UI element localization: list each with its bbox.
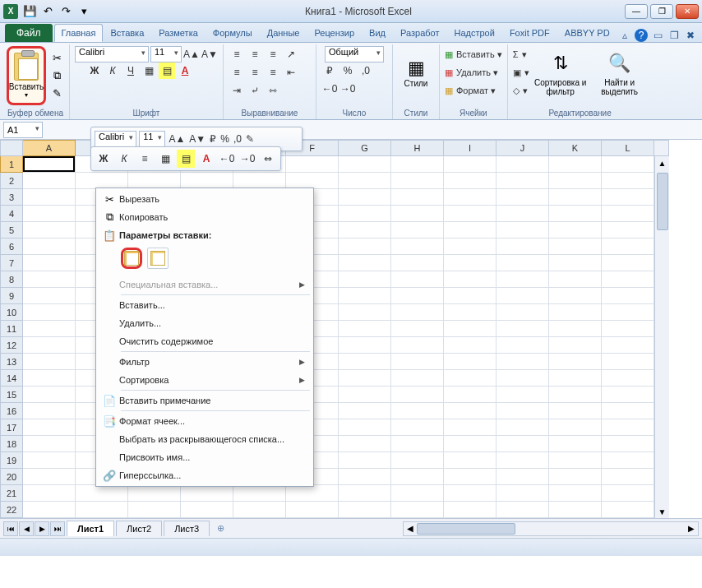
cell-K5[interactable] bbox=[549, 222, 602, 238]
cell-A10[interactable] bbox=[23, 304, 76, 321]
cell-L1[interactable] bbox=[602, 156, 654, 173]
cell-L9[interactable] bbox=[602, 288, 654, 304]
cell-L14[interactable] bbox=[602, 370, 654, 387]
cell-H13[interactable] bbox=[391, 354, 444, 370]
cell-I15[interactable] bbox=[444, 387, 496, 403]
cell-D2[interactable] bbox=[181, 173, 233, 189]
minimize-button[interactable]: — bbox=[625, 4, 648, 19]
cell-H10[interactable] bbox=[391, 304, 444, 321]
cell-L11[interactable] bbox=[602, 321, 654, 337]
cell-J15[interactable] bbox=[496, 387, 549, 403]
mini-fill-color[interactable]: ▤ bbox=[177, 150, 195, 168]
cell-L13[interactable] bbox=[602, 354, 654, 370]
cell-H17[interactable] bbox=[391, 419, 444, 436]
cell-H21[interactable] bbox=[391, 485, 444, 502]
sheet-nav-first[interactable]: ⏮ bbox=[3, 521, 18, 536]
cells-format-button[interactable]: ▦Формат ▾ bbox=[445, 82, 502, 99]
column-header-I[interactable]: I bbox=[444, 140, 496, 156]
row-header-17[interactable]: 17 bbox=[0, 419, 23, 436]
cell-J17[interactable] bbox=[496, 419, 549, 436]
cell-I3[interactable] bbox=[444, 189, 496, 206]
horizontal-scroll-thumb[interactable] bbox=[417, 523, 515, 535]
row-header-1[interactable]: 1 bbox=[0, 156, 23, 173]
cell-H2[interactable] bbox=[391, 173, 444, 189]
cell-J3[interactable] bbox=[496, 189, 549, 206]
cell-I21[interactable] bbox=[444, 485, 496, 502]
cell-A14[interactable] bbox=[23, 370, 76, 387]
borders-button[interactable]: ▦ bbox=[141, 63, 157, 79]
scroll-down-arrow[interactable]: ▼ bbox=[656, 505, 669, 518]
align-left-button[interactable]: ≡ bbox=[229, 64, 245, 81]
cell-K7[interactable] bbox=[549, 255, 602, 271]
tab-home[interactable]: Главная bbox=[54, 24, 104, 42]
cell-A13[interactable] bbox=[23, 354, 76, 370]
cell-E21[interactable] bbox=[233, 485, 286, 502]
cell-I14[interactable] bbox=[444, 370, 496, 387]
mini-italic[interactable]: К bbox=[115, 150, 133, 168]
ctx-format-cells[interactable]: 📑 Формат ячеек... bbox=[96, 412, 313, 430]
cell-K16[interactable] bbox=[549, 403, 602, 419]
cell-F22[interactable] bbox=[286, 502, 339, 518]
ctx-hyperlink[interactable]: 🔗 Гиперссылка... bbox=[96, 466, 313, 484]
cell-J20[interactable] bbox=[496, 469, 549, 485]
cell-A5[interactable] bbox=[23, 222, 76, 238]
mini-borders[interactable]: ▦ bbox=[156, 150, 174, 168]
qat-redo-button[interactable]: ↷ bbox=[58, 3, 74, 20]
mini-center[interactable]: ≡ bbox=[136, 150, 154, 168]
row-header-19[interactable]: 19 bbox=[0, 452, 23, 469]
cell-G13[interactable] bbox=[339, 354, 391, 370]
cell-K22[interactable] bbox=[549, 502, 602, 518]
cell-G2[interactable] bbox=[339, 173, 391, 189]
bold-button[interactable]: Ж bbox=[86, 63, 103, 79]
cut-button[interactable]: ✂ bbox=[49, 51, 64, 66]
cell-L7[interactable] bbox=[602, 255, 654, 271]
cell-D21[interactable] bbox=[181, 485, 233, 502]
cell-I6[interactable] bbox=[444, 238, 496, 255]
column-header-G[interactable]: G bbox=[339, 140, 391, 156]
mini-comma[interactable]: ,0 bbox=[233, 130, 242, 148]
tab-data[interactable]: Данные bbox=[260, 24, 307, 42]
cell-K4[interactable] bbox=[549, 206, 602, 222]
font-color-button[interactable]: A bbox=[177, 63, 193, 79]
cell-J19[interactable] bbox=[496, 452, 549, 469]
cell-G21[interactable] bbox=[339, 485, 391, 502]
tab-developer[interactable]: Разработ bbox=[393, 24, 446, 42]
cell-K6[interactable] bbox=[549, 238, 602, 255]
tab-view[interactable]: Вид bbox=[362, 24, 393, 42]
styles-button[interactable]: ▦ Стили bbox=[398, 46, 434, 99]
cell-I19[interactable] bbox=[444, 452, 496, 469]
row-header-5[interactable]: 5 bbox=[0, 222, 23, 238]
cell-H8[interactable] bbox=[391, 271, 444, 288]
cell-K20[interactable] bbox=[549, 469, 602, 485]
number-format-select[interactable]: Общий bbox=[325, 46, 384, 63]
cell-D22[interactable] bbox=[181, 502, 233, 518]
row-header-8[interactable]: 8 bbox=[0, 271, 23, 288]
cell-L5[interactable] bbox=[602, 222, 654, 238]
cell-A12[interactable] bbox=[23, 337, 76, 354]
cell-A18[interactable] bbox=[23, 436, 76, 452]
mini-font-name[interactable]: Calibri bbox=[95, 131, 136, 147]
cell-G3[interactable] bbox=[339, 189, 391, 206]
increase-indent-button[interactable]: ⇥ bbox=[229, 82, 245, 99]
cell-K14[interactable] bbox=[549, 370, 602, 387]
percent-button[interactable]: % bbox=[339, 63, 356, 79]
row-header-13[interactable]: 13 bbox=[0, 354, 23, 370]
ctx-delete[interactable]: Удалить... bbox=[96, 314, 313, 332]
mini-bold[interactable]: Ж bbox=[95, 150, 113, 168]
cell-K13[interactable] bbox=[549, 354, 602, 370]
italic-button[interactable]: К bbox=[104, 63, 121, 79]
sheet-nav-last[interactable]: ⏭ bbox=[50, 521, 65, 536]
paste-button[interactable]: Вставить ▾ bbox=[7, 46, 46, 105]
tab-formulas[interactable]: Формулы bbox=[206, 24, 260, 42]
new-sheet-button[interactable]: ⊕ bbox=[213, 521, 228, 536]
cell-A11[interactable] bbox=[23, 321, 76, 337]
cell-L4[interactable] bbox=[602, 206, 654, 222]
cell-K2[interactable] bbox=[549, 173, 602, 189]
cell-I22[interactable] bbox=[444, 502, 496, 518]
scroll-left-arrow[interactable]: ◀ bbox=[404, 522, 417, 535]
cell-A16[interactable] bbox=[23, 403, 76, 419]
find-select-button[interactable]: 🔍 Найти и выделить bbox=[592, 46, 648, 99]
align-center-button[interactable]: ≡ bbox=[247, 64, 263, 81]
qat-customize-button[interactable]: ▾ bbox=[76, 3, 92, 20]
cell-L16[interactable] bbox=[602, 403, 654, 419]
